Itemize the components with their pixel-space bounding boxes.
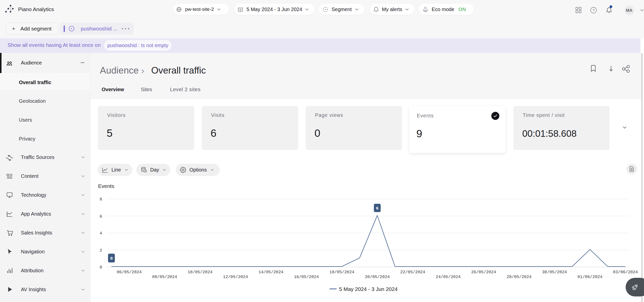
svg-text:01/06/2024: 01/06/2024 bbox=[578, 275, 602, 279]
svg-text:?: ? bbox=[592, 8, 594, 12]
svg-text:6: 6 bbox=[376, 206, 379, 211]
svg-text:16/05/2024: 16/05/2024 bbox=[294, 275, 319, 279]
svg-text:14/05/2024: 14/05/2024 bbox=[258, 270, 283, 275]
svg-text:20/05/2024: 20/05/2024 bbox=[365, 275, 390, 279]
svg-text:22/05/2024: 22/05/2024 bbox=[400, 270, 425, 275]
svg-text:0: 0 bbox=[100, 265, 102, 270]
svg-text:8: 8 bbox=[100, 197, 102, 202]
svg-text:03/06/2024: 03/06/2024 bbox=[613, 270, 638, 275]
svg-text:12/05/2024: 12/05/2024 bbox=[223, 275, 248, 279]
svg-text:6: 6 bbox=[100, 214, 102, 219]
svg-text:30/05/2024: 30/05/2024 bbox=[542, 270, 567, 275]
svg-text:0: 0 bbox=[110, 256, 113, 261]
svg-text:4: 4 bbox=[100, 231, 102, 236]
svg-text:08/05/2024: 08/05/2024 bbox=[152, 275, 177, 279]
svg-text:10/05/2024: 10/05/2024 bbox=[188, 270, 213, 275]
svg-text:2: 2 bbox=[100, 248, 102, 253]
svg-text:06/05/2024: 06/05/2024 bbox=[117, 270, 142, 275]
svg-text:24/05/2024: 24/05/2024 bbox=[436, 275, 461, 279]
svg-text:5 May 2024 - 3 Jun 2024: 5 May 2024 - 3 Jun 2024 bbox=[339, 286, 398, 292]
svg-text:26/05/2024: 26/05/2024 bbox=[471, 270, 496, 275]
svg-text:18/05/2024: 18/05/2024 bbox=[329, 270, 354, 275]
svg-text:28/05/2024: 28/05/2024 bbox=[507, 275, 532, 279]
